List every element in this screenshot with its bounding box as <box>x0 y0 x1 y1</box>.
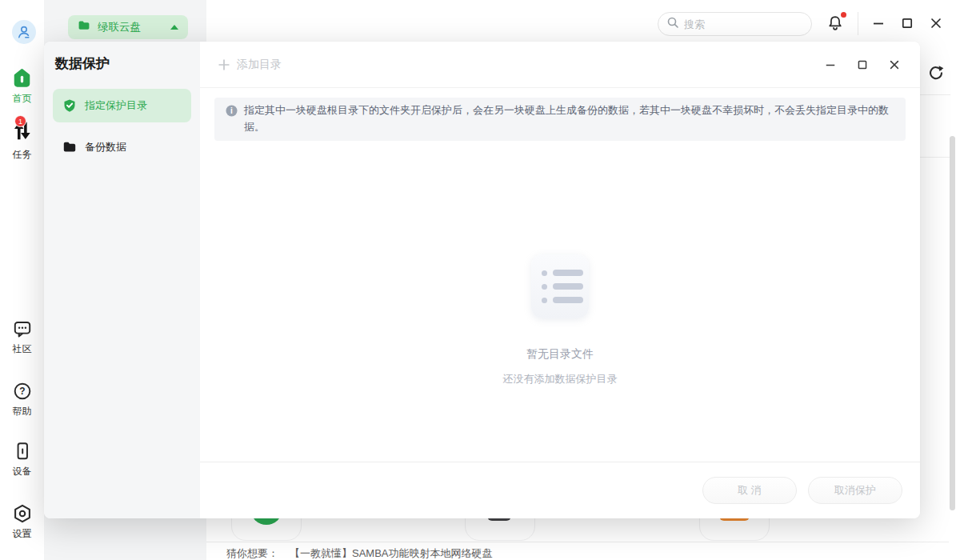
person-icon <box>15 23 33 41</box>
empty-state-subtitle: 还没有添加数据保护目录 <box>503 372 618 386</box>
close-icon <box>889 59 900 70</box>
tasks-badge: 1 <box>14 115 26 127</box>
notification-dot <box>841 12 846 18</box>
help-icon: ? <box>12 381 33 402</box>
empty-state-title: 暂无目录文件 <box>526 347 594 362</box>
devices-icon <box>12 441 33 462</box>
dialog-nav-backup-data[interactable]: 备份数据 <box>53 130 191 164</box>
sidebar-item-label: 首页 <box>13 92 32 106</box>
add-directory-button[interactable]: 添加目录 <box>218 58 282 72</box>
info-banner: i 指定其中一块硬盘根目录下的文件夹开启保护后，会在另一块硬盘上生成备份的数据，… <box>214 98 906 141</box>
shield-check-icon <box>62 98 77 113</box>
search-box[interactable] <box>658 12 812 36</box>
dialog-minimize-button[interactable] <box>824 58 837 71</box>
minimize-icon <box>825 59 836 70</box>
svg-text:?: ? <box>19 386 25 397</box>
scrollbar-thumb[interactable] <box>950 136 955 510</box>
dialog-close-button[interactable] <box>888 58 901 71</box>
refresh-button[interactable] <box>928 65 944 81</box>
maximize-icon <box>901 17 914 30</box>
sidebar-item-devices[interactable]: 设备 <box>0 441 44 478</box>
nav-rail: 首页 1 任务 社区 ? 帮助 设备 设置 <box>0 0 44 560</box>
search-icon <box>666 16 679 32</box>
close-icon <box>930 17 942 30</box>
hint-link[interactable]: 【一教就懂】SAMBA功能映射本地网络硬盘 <box>290 546 493 560</box>
tasks-icon-wrap: 1 <box>11 120 33 145</box>
user-avatar[interactable] <box>12 20 36 44</box>
dialog-maximize-button[interactable] <box>856 58 869 71</box>
footer-divider <box>206 542 949 542</box>
chevron-up-icon <box>170 25 178 30</box>
sidebar-item-label: 帮助 <box>13 405 32 418</box>
sidebar-item-community[interactable]: 社区 <box>0 318 44 356</box>
sidebar-item-settings[interactable]: 设置 <box>0 503 44 541</box>
dialog-nav-label: 备份数据 <box>85 140 126 154</box>
window-close-button[interactable] <box>930 17 942 30</box>
data-protection-dialog: 数据保护 指定保护目录 备份数据 添加目录 <box>44 42 920 518</box>
info-icon: i <box>226 105 238 117</box>
sidebar-item-label: 设备 <box>13 465 32 478</box>
add-directory-label: 添加目录 <box>237 58 282 72</box>
window-minimize-button[interactable] <box>872 17 885 30</box>
svg-text:i: i <box>230 106 233 115</box>
window-maximize-button[interactable] <box>901 17 914 30</box>
dialog-header: 添加目录 <box>200 42 920 88</box>
sidebar-item-label: 设置 <box>13 527 32 541</box>
dialog-nav-label: 指定保护目录 <box>85 98 147 113</box>
empty-state: 暂无目录文件 还没有添加数据保护目录 <box>200 254 920 386</box>
notifications-button[interactable] <box>826 14 846 34</box>
sidebar-item-label: 社区 <box>13 342 32 356</box>
drive-selector-button[interactable]: 绿联云盘 <box>68 15 188 39</box>
cancel-protection-button[interactable]: 取消保护 <box>808 477 902 504</box>
drive-selector-label: 绿联云盘 <box>98 20 163 34</box>
info-banner-text: 指定其中一块硬盘根目录下的文件夹开启保护后，会在另一块硬盘上生成备份的数据，若其… <box>244 102 894 136</box>
sidebar-item-label: 任务 <box>13 148 32 162</box>
folder-icon <box>78 19 90 35</box>
topbar-divider <box>858 12 858 35</box>
minimize-icon <box>872 17 885 30</box>
folder-icon <box>62 140 77 154</box>
empty-list-icon <box>531 254 589 318</box>
background-divider <box>920 157 950 158</box>
dialog-content: 添加目录 i 指定其中一块硬盘根目录下的文件夹开启保护后，会在另一块硬盘上生成备… <box>200 42 920 518</box>
refresh-icon <box>928 65 944 81</box>
maximize-icon <box>857 59 868 70</box>
home-icon <box>11 67 33 89</box>
hint-label: 猜你想要： <box>226 546 278 560</box>
cancel-button[interactable]: 取 消 <box>702 477 797 504</box>
sidebar-item-help[interactable]: ? 帮助 <box>0 381 44 418</box>
community-icon <box>12 318 33 339</box>
settings-icon <box>12 503 33 524</box>
sidebar-item-home[interactable]: 首页 <box>0 67 44 106</box>
search-input[interactable] <box>684 18 825 30</box>
dialog-side-panel: 数据保护 指定保护目录 备份数据 <box>44 42 200 518</box>
dialog-title: 数据保护 <box>44 54 200 73</box>
plus-icon <box>218 58 230 71</box>
background-divider <box>920 94 950 95</box>
sidebar-item-tasks[interactable]: 1 任务 <box>0 120 44 162</box>
dialog-footer: 取 消 取消保护 <box>200 462 920 518</box>
dialog-nav-protected-dirs[interactable]: 指定保护目录 <box>53 89 191 122</box>
